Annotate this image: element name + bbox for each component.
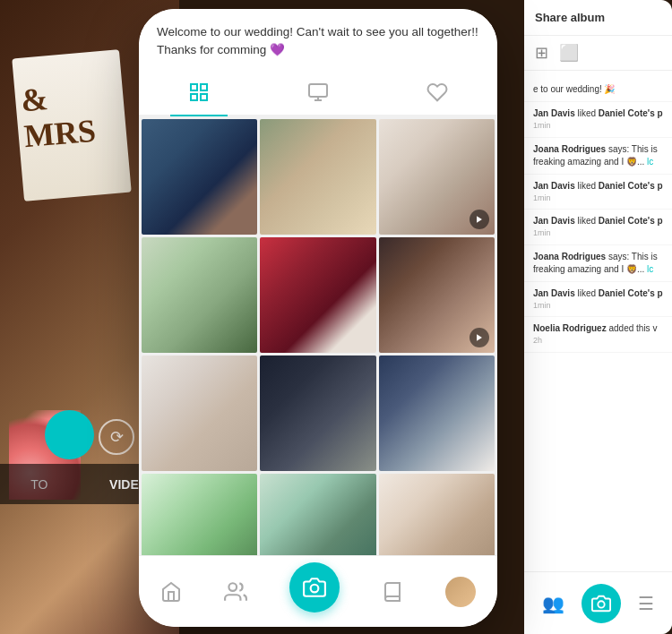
people-icon[interactable]: 👥 xyxy=(542,593,564,614)
photo-cell[interactable] xyxy=(260,119,375,235)
photo-cell[interactable] xyxy=(260,356,375,471)
svg-rect-5 xyxy=(309,84,327,97)
camera-nav-button[interactable] xyxy=(289,562,340,613)
photo-cell[interactable] xyxy=(142,119,257,235)
camera-flip-icon[interactable]: ⟳ xyxy=(99,419,134,455)
avatar[interactable] xyxy=(445,577,476,607)
activity-panel: Share album ⊞ ⬜ e to our wedding! 🎉 Jan … xyxy=(524,0,672,634)
list-item: Jan Davis liked Daniel Cote's p 1min xyxy=(524,102,672,138)
panel-camera-button[interactable] xyxy=(582,584,621,623)
phone-device: Welcome to our wedding! Can't wait to se… xyxy=(139,9,497,627)
people-nav-button[interactable] xyxy=(224,580,247,604)
list-item: Jan Davis liked Daniel Cote's p 1min xyxy=(524,282,672,318)
panel-tabs: ⊞ ⬜ xyxy=(524,36,672,71)
svg-rect-1 xyxy=(191,84,197,90)
photo-grid xyxy=(139,116,497,593)
home-nav-button[interactable] xyxy=(160,581,182,603)
svg-rect-3 xyxy=(191,94,197,100)
share-album-button[interactable]: Share album xyxy=(535,7,605,28)
list-item: e to our wedding! 🎉 xyxy=(524,78,672,102)
svg-marker-9 xyxy=(477,334,482,341)
tab-favorites[interactable] xyxy=(409,74,466,116)
wedding-sign-text: & MRS xyxy=(20,78,98,155)
activity-list: e to our wedding! 🎉 Jan Davis liked Dani… xyxy=(524,71,672,360)
photo-cell[interactable] xyxy=(142,356,257,471)
welcome-message: Welcome to our wedding! Can't wait to se… xyxy=(139,9,497,67)
list-item: Noelia Rodriguez added this v 2h xyxy=(524,317,672,353)
video-badge xyxy=(470,210,489,229)
tab-grid[interactable] xyxy=(170,74,228,116)
svg-point-11 xyxy=(311,584,319,592)
svg-rect-4 xyxy=(201,94,207,100)
list-item: Joana Rodrigues says: This is freaking a… xyxy=(524,245,672,282)
photo-cell[interactable] xyxy=(260,237,375,353)
video-badge xyxy=(470,328,489,347)
panel-slideshow-tab[interactable]: ⬜ xyxy=(559,43,579,63)
svg-marker-8 xyxy=(477,216,482,223)
svg-point-10 xyxy=(228,583,237,591)
photo-cell[interactable] xyxy=(142,237,257,353)
photo-cell[interactable] xyxy=(379,356,495,471)
panel-header: Share album xyxy=(524,0,672,36)
photo-cell[interactable] xyxy=(379,237,495,353)
menu-icon[interactable]: ☰ xyxy=(638,593,654,614)
list-item: Jan Davis liked Daniel Cote's p 1min xyxy=(524,210,672,245)
phone-screen: Welcome to our wedding! Can't wait to se… xyxy=(139,9,497,627)
panel-bottom-bar: 👥 ☰ xyxy=(524,571,672,634)
photo-mode-label[interactable]: TO xyxy=(30,477,47,492)
list-item: Jan Davis liked Daniel Cote's p 1min xyxy=(524,175,672,210)
tab-slideshow[interactable] xyxy=(289,74,347,116)
bottom-navigation xyxy=(139,555,497,627)
photo-cell[interactable] xyxy=(379,119,495,235)
panel-grid-tab[interactable]: ⊞ xyxy=(535,43,548,63)
book-nav-button[interactable] xyxy=(382,581,403,603)
photo-view-tabs xyxy=(139,67,497,116)
svg-rect-2 xyxy=(201,84,207,90)
svg-point-0 xyxy=(598,601,604,607)
shutter-button[interactable] xyxy=(45,410,94,459)
list-item: Joana Rodrigues says: This is freaking a… xyxy=(524,138,672,175)
